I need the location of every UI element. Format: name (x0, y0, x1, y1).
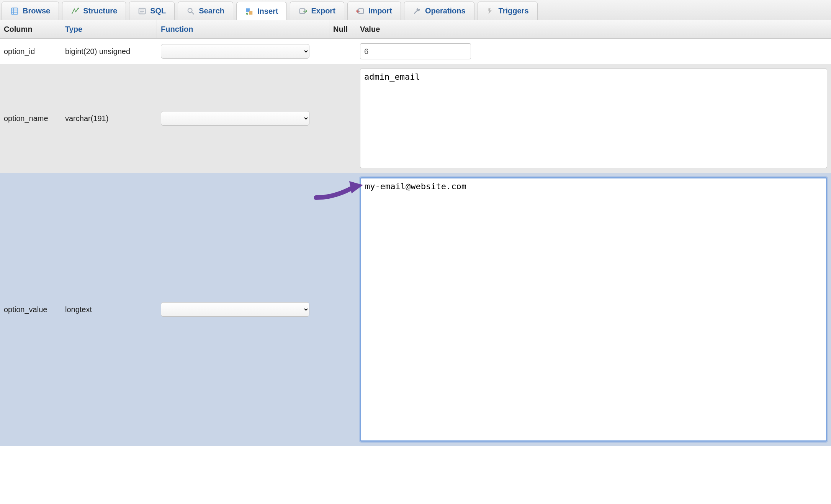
search-icon (186, 7, 195, 15)
header-null: Null (329, 20, 356, 38)
tab-label: Structure (83, 7, 117, 15)
tab-operations[interactable]: Operations (404, 2, 474, 20)
sql-icon (138, 7, 146, 15)
insert-form: Column Type Function Null Value option_i… (0, 20, 831, 446)
structure-icon (71, 7, 79, 15)
column-name: option_value (0, 301, 61, 318)
header-column: Column (0, 20, 61, 38)
tab-export[interactable]: Export (290, 2, 344, 20)
tab-label: Search (199, 7, 224, 15)
table-row: option_id bigint(20) unsigned (0, 39, 831, 64)
tab-label: Browse (23, 7, 50, 15)
value-textarea-option-name[interactable] (360, 69, 827, 168)
null-cell (329, 115, 356, 122)
column-name: option_name (0, 110, 61, 127)
annotation-arrow-icon (314, 180, 364, 203)
wrench-icon (413, 7, 421, 15)
tab-triggers[interactable]: Triggers (478, 2, 538, 20)
tab-search[interactable]: Search (178, 2, 233, 20)
function-select-option-id[interactable] (161, 44, 309, 59)
header-function[interactable]: Function (157, 20, 329, 38)
tab-import[interactable]: Import (347, 2, 401, 20)
column-type: bigint(20) unsigned (61, 43, 157, 60)
null-cell (329, 47, 356, 55)
table-row: option_value longtext (0, 173, 831, 446)
value-input-option-id[interactable] (360, 43, 471, 59)
tab-label: Import (368, 7, 392, 15)
svg-rect-0 (11, 8, 18, 14)
null-cell (329, 306, 356, 313)
value-textarea-option-value[interactable] (360, 177, 827, 442)
export-icon (299, 7, 307, 15)
svg-point-4 (78, 7, 79, 9)
tab-browse[interactable]: Browse (2, 2, 59, 20)
header-type[interactable]: Type (61, 20, 157, 38)
column-type: longtext (61, 301, 157, 318)
insert-icon (245, 7, 254, 16)
tab-structure[interactable]: Structure (62, 2, 126, 20)
tab-label: SQL (150, 7, 166, 15)
function-select-option-name[interactable] (161, 111, 309, 126)
tab-label: Export (311, 7, 335, 15)
table-browse-icon (10, 7, 19, 15)
column-name: option_id (0, 43, 61, 60)
svg-rect-9 (249, 11, 252, 15)
tab-label: Triggers (499, 7, 529, 15)
column-type: varchar(191) (61, 110, 157, 127)
table-row: option_name varchar(191) (0, 64, 831, 173)
tab-label: Insert (257, 7, 278, 16)
import-icon (356, 7, 365, 15)
function-select-option-value[interactable] (161, 302, 309, 317)
svg-line-7 (192, 12, 194, 14)
tab-sql[interactable]: SQL (129, 2, 175, 20)
svg-point-6 (188, 8, 192, 12)
tab-bar: Browse Structure SQL Search Insert Expor… (0, 0, 831, 20)
triggers-icon (486, 7, 495, 15)
tab-label: Operations (425, 7, 466, 15)
grid-header: Column Type Function Null Value (0, 20, 831, 39)
tab-insert[interactable]: Insert (236, 2, 287, 20)
header-value: Value (356, 20, 831, 38)
